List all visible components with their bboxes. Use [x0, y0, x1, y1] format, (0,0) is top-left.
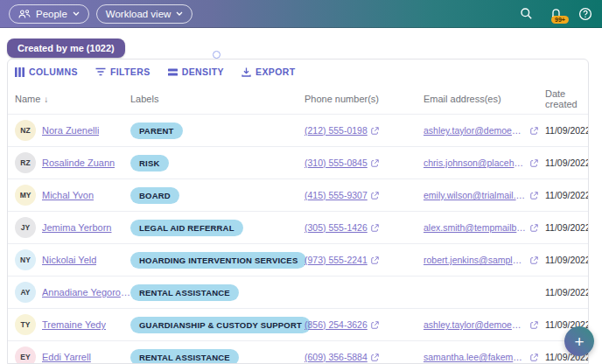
export-download-icon [242, 67, 251, 77]
avatar: NZ [15, 120, 36, 141]
workload-view-button[interactable]: Workload view [96, 4, 193, 24]
table-row[interactable]: TY Tremaine Yedy GUARDIANSHIP & CUSTODY … [8, 308, 588, 340]
avatar: EY [15, 346, 36, 364]
external-link-icon[interactable] [530, 256, 538, 264]
email-cell: emily.wilson@trialmail.net [424, 190, 545, 200]
density-button[interactable]: DENSITY [168, 66, 224, 77]
notifications-bell-icon[interactable]: 99+ [548, 6, 564, 22]
email-link[interactable]: samantha.lee@fakemail.net [424, 352, 527, 362]
label-chip: RISK [130, 155, 169, 172]
density-button-label: DENSITY [182, 66, 224, 77]
search-icon[interactable] [518, 6, 534, 22]
labels-cell: HOARDING INTERVENTION SERVICES [130, 251, 304, 269]
email-cell: samantha.lee@fakemail.net [424, 352, 545, 362]
people-table-card: COLUMNS FILTERS DENSITY [7, 59, 589, 364]
notification-count-badge: 99+ [551, 16, 569, 24]
chevron-down-icon [73, 11, 80, 16]
external-link-icon[interactable] [530, 159, 538, 167]
phone-link[interactable]: (609) 356-5884 [304, 352, 368, 362]
phone-cell: (856) 254-3626 [304, 319, 424, 330]
table-row[interactable]: AY Annadiane Yegorovnin RENTAL ASSISTANC… [8, 276, 588, 308]
email-cell: ashley.taylor@demoemail.com [424, 319, 545, 330]
name-cell: NY Nickolai Yeld [15, 249, 130, 270]
name-cell: JY Jemima Yerborn [15, 217, 130, 238]
person-name-link[interactable]: Annadiane Yegorovnin [42, 287, 130, 298]
email-link[interactable]: emily.wilson@trialmail.net [424, 190, 527, 200]
external-link-icon[interactable] [530, 354, 538, 361]
phone-link[interactable]: (973) 555-2241 [304, 255, 368, 265]
tab-created-by-me[interactable]: Created by me (1022) [7, 38, 125, 58]
labels-cell: RISK [130, 154, 304, 172]
external-link-icon[interactable] [371, 321, 379, 329]
sort-descending-icon[interactable]: ↓ [44, 94, 48, 104]
date-created-cell: 11/09/2022 [545, 158, 589, 168]
person-name-link[interactable]: Jemima Yerborn [42, 222, 112, 233]
people-menu-button[interactable]: People [9, 4, 89, 24]
label-chip: RENTAL ASSISTANCE [130, 284, 239, 301]
phone-link[interactable]: (856) 254-3626 [304, 319, 368, 330]
email-link[interactable]: ashley.taylor@demoemail.com [424, 319, 527, 330]
person-name-link[interactable]: Eddi Yarrell [42, 352, 91, 362]
external-link-icon[interactable] [530, 127, 538, 135]
person-name-link[interactable]: Rosalinde Zuann [42, 158, 115, 168]
external-link-icon[interactable] [371, 354, 379, 361]
email-link[interactable]: alex.smith@tempmailbox.net [424, 222, 527, 233]
email-cell: robert.jenkins@samplemail.io [424, 255, 545, 265]
email-link[interactable]: ashley.taylor@demoemail.com [424, 125, 527, 136]
label-chip: GUARDIANSHIP & CUSTODY SUPPORT [130, 317, 311, 333]
avatar: AY [15, 282, 36, 303]
phone-cell: (212) 555-0198 [304, 125, 424, 136]
phone-cell: (415) 555-9307 [304, 190, 424, 200]
export-button-label: EXPORT [256, 66, 296, 77]
person-name-link[interactable]: Nora Zuenelli [42, 125, 99, 136]
header-date-created[interactable]: Date created [545, 88, 588, 109]
email-link[interactable]: robert.jenkins@samplemail.io [424, 255, 527, 265]
table-row[interactable]: NZ Nora Zuenelli PARENT (212) 555-0198 a… [8, 114, 588, 146]
phone-link[interactable]: (212) 555-0198 [304, 125, 368, 136]
person-name-link[interactable]: Tremaine Yedy [42, 319, 106, 330]
external-link-icon[interactable] [530, 321, 538, 329]
top-navigation-bar: People Workload view 99+ [0, 0, 602, 28]
date-created-cell: 11/09/2022 [545, 222, 589, 233]
person-name-link[interactable]: Michal Yvon [42, 190, 94, 200]
help-icon[interactable] [578, 6, 593, 22]
chevron-down-icon [176, 11, 183, 16]
workload-view-label: Workload view [106, 9, 172, 19]
date-created-cell: 11/09/2022 [545, 190, 589, 200]
add-person-fab[interactable]: + [564, 326, 594, 356]
avatar: TY [15, 314, 36, 335]
table-row[interactable]: EY Eddi Yarrell RENTAL ASSISTANCE (609) … [8, 340, 588, 364]
table-row[interactable]: RZ Rosalinde Zuann RISK (310) 555-0845 c… [8, 146, 588, 178]
table-row[interactable]: JY Jemima Yerborn LEGAL AID REFERRAL (30… [8, 211, 588, 243]
external-link-icon[interactable] [530, 224, 538, 232]
people-icon [18, 9, 31, 19]
external-link-icon[interactable] [371, 192, 379, 200]
external-link-icon[interactable] [371, 127, 379, 135]
header-labels[interactable]: Labels [130, 94, 304, 104]
columns-icon [15, 67, 24, 77]
table-row[interactable]: NY Nickolai Yeld HOARDING INTERVENTION S… [8, 243, 588, 276]
table-body: NZ Nora Zuenelli PARENT (212) 555-0198 a… [8, 114, 588, 364]
labels-cell: LEGAL AID REFERRAL [130, 219, 304, 236]
external-link-icon[interactable] [371, 256, 379, 264]
person-name-link[interactable]: Nickolai Yeld [42, 255, 96, 265]
header-phone[interactable]: Phone number(s) [304, 94, 424, 104]
columns-button[interactable]: COLUMNS [15, 66, 78, 77]
export-button[interactable]: EXPORT [242, 66, 296, 77]
name-cell: MY Michal Yvon [15, 185, 130, 206]
table-row[interactable]: MY Michal Yvon BOARD (415) 555-9307 emil… [8, 178, 588, 211]
header-name[interactable]: Name ↓ [15, 94, 130, 104]
loading-spinner [213, 51, 220, 59]
phone-link[interactable]: (415) 555-9307 [304, 190, 368, 200]
phone-cell: (973) 555-2241 [304, 255, 424, 265]
filters-button[interactable]: FILTERS [95, 66, 150, 77]
phone-link[interactable]: (305) 555-1426 [304, 222, 368, 233]
external-link-icon[interactable] [530, 192, 538, 200]
external-link-icon[interactable] [371, 224, 379, 232]
phone-link[interactable]: (310) 555-0845 [304, 158, 368, 168]
email-link[interactable]: chris.johnson@placeholdermail.com [424, 158, 527, 168]
external-link-icon[interactable] [371, 159, 379, 167]
label-chip: BOARD [130, 187, 179, 204]
header-email[interactable]: Email address(es) [424, 94, 545, 104]
table-toolbar: COLUMNS FILTERS DENSITY [8, 60, 588, 84]
